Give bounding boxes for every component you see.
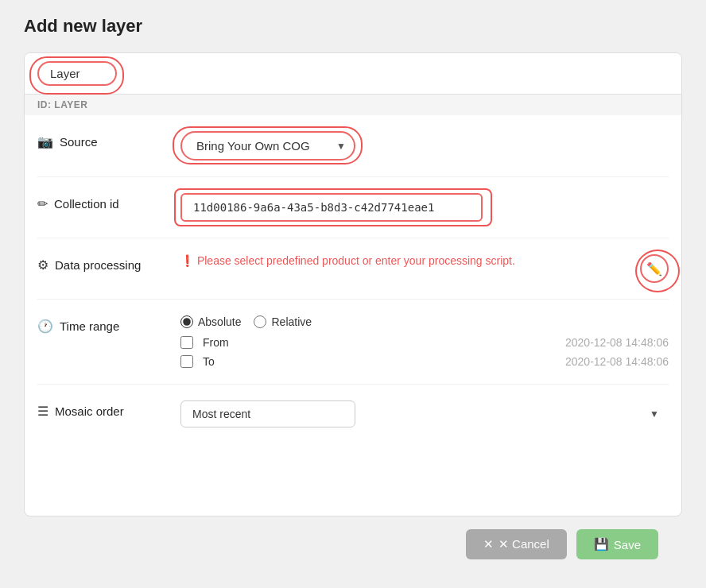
save-icon: 💾 xyxy=(594,537,609,551)
collection-id-input[interactable] xyxy=(180,193,483,222)
form-body: 📷 Source Bring Your Own COG Other source… xyxy=(25,115,681,443)
source-row: 📷 Source Bring Your Own COG Other source… xyxy=(37,115,669,177)
collection-id-label: ✏ Collection id xyxy=(37,193,180,211)
mosaic-order-row: ☰ Mosaic order Most recent Least recent … xyxy=(37,385,669,443)
collection-id-row: ✏ Collection id xyxy=(37,177,669,238)
cancel-button[interactable]: ✕ ✕ Cancel xyxy=(466,529,567,559)
list-icon: ☰ xyxy=(37,404,48,419)
time-range-content: Absolute Relative From 2020-12-0 xyxy=(180,315,669,368)
to-checkbox[interactable] xyxy=(180,355,193,368)
processing-error: ❗ Please select predefined product or en… xyxy=(180,254,630,267)
footer-bar: ✕ ✕ Cancel 💾 Save xyxy=(24,516,682,572)
camera-icon: 📷 xyxy=(37,134,53,149)
to-label: To xyxy=(203,355,227,368)
from-checkbox[interactable] xyxy=(180,336,193,349)
data-processing-label: ⚙ Data processing xyxy=(37,254,180,273)
time-range-label: 🕐 Time range xyxy=(37,315,180,334)
modal-card: ID: LAYER 📷 Source Bring Your Own COG Ot… xyxy=(24,52,682,516)
source-select-wrapper: Bring Your Own COG Other source ▼ xyxy=(180,131,355,161)
relative-radio[interactable] xyxy=(254,315,266,328)
source-control: Bring Your Own COG Other source ▼ xyxy=(180,131,669,161)
page-title: Add new layer xyxy=(24,16,682,37)
source-label: 📷 Source xyxy=(37,131,180,149)
mosaic-order-control: Most recent Least recent ▼ xyxy=(180,400,669,427)
from-value: 2020-12-08 14:48:06 xyxy=(565,336,669,349)
clock-icon: 🕐 xyxy=(37,319,53,334)
data-processing-area: ❗ Please select predefined product or en… xyxy=(180,254,669,283)
mosaic-order-select[interactable]: Most recent Least recent xyxy=(180,400,355,427)
mosaic-select-wrapper: Most recent Least recent ▼ xyxy=(180,400,669,427)
cancel-icon: ✕ xyxy=(483,537,494,551)
time-range-control: Absolute Relative From 2020-12-0 xyxy=(180,315,669,368)
save-button[interactable]: 💾 Save xyxy=(576,529,658,559)
gear-icon: ⚙ xyxy=(37,257,48,273)
time-fields: From 2020-12-08 14:48:06 To 2020-12-08 1… xyxy=(180,336,669,368)
relative-radio-option[interactable]: Relative xyxy=(254,315,312,328)
data-processing-row: ⚙ Data processing ❗ Please select predef… xyxy=(37,238,669,300)
source-select[interactable]: Bring Your Own COG Other source xyxy=(180,131,355,161)
collection-id-control xyxy=(180,193,669,222)
from-field-row: From 2020-12-08 14:48:06 xyxy=(180,336,669,349)
time-range-row: 🕐 Time range Absolute Relative xyxy=(37,300,669,385)
absolute-radio-option[interactable]: Absolute xyxy=(180,315,241,328)
absolute-radio[interactable] xyxy=(180,315,193,328)
mosaic-select-arrow: ▼ xyxy=(650,408,659,420)
id-bar: ID: LAYER xyxy=(25,95,681,115)
layer-name-input[interactable] xyxy=(37,61,117,86)
cancel-label: ✕ Cancel xyxy=(498,537,549,551)
from-label: From xyxy=(203,336,229,349)
mosaic-order-label: ☰ Mosaic order xyxy=(37,400,180,419)
to-value: 2020-12-08 14:48:06 xyxy=(565,355,669,368)
data-processing-control: ❗ Please select predefined product or en… xyxy=(180,254,669,283)
edit-processing-button[interactable]: ✏️ xyxy=(640,254,669,283)
time-mode-radio-group: Absolute Relative xyxy=(180,315,669,328)
pencil-icon: ✏ xyxy=(37,196,48,211)
layer-name-bar xyxy=(25,53,681,95)
save-label: Save xyxy=(614,538,641,551)
to-field-row: To 2020-12-08 14:48:06 xyxy=(180,355,669,368)
error-icon: ❗ xyxy=(180,254,194,267)
